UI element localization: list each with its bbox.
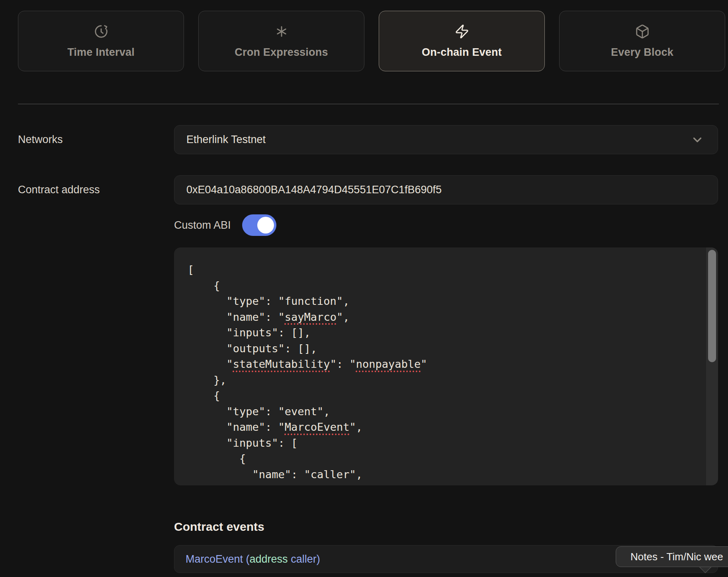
code-line: "outputs": [], [188, 341, 690, 357]
trigger-config-page: Time Interval Cron Expressions On-chain … [0, 0, 728, 577]
code-line: "type": "function", [188, 293, 690, 309]
abi-code: [ { "type": "function", "name": "sayMarc… [174, 247, 718, 485]
code-line: { [188, 451, 690, 467]
card-time-interval[interactable]: Time Interval [18, 11, 184, 71]
code-line: [ [188, 262, 690, 278]
contract-address-label: Contract address [18, 184, 174, 196]
code-line: "inputs": [], [188, 325, 690, 341]
contract-event-signature: MarcoEvent (address caller) [186, 553, 320, 565]
notes-tooltip-text: Notes - Tim/Nic wee [630, 551, 723, 563]
code-line: "name": "MarcoEvent", [188, 419, 690, 435]
code-line: }, [188, 372, 690, 388]
networks-row: Networks Etherlink Testnet [18, 125, 718, 154]
networks-label: Networks [18, 133, 174, 146]
timer-icon [94, 24, 109, 39]
custom-abi-label: Custom ABI [174, 219, 231, 232]
cube-icon [635, 24, 650, 39]
networks-selected-value: Etherlink Testnet [186, 133, 266, 146]
code-scrollbar-thumb[interactable] [708, 250, 716, 362]
custom-abi-toggle[interactable] [242, 214, 276, 236]
lightning-icon [454, 24, 470, 39]
code-line: { [188, 278, 690, 294]
toggle-knob [257, 217, 274, 234]
chevron-down-icon [691, 133, 704, 147]
card-every-block[interactable]: Every Block [559, 11, 725, 71]
card-label: Time Interval [67, 46, 135, 59]
code-line: "name": "caller", [188, 467, 690, 483]
section-divider [18, 104, 719, 104]
contract-address-row: Contract address [18, 175, 718, 204]
notes-tooltip: Notes - Tim/Nic wee [616, 546, 728, 567]
code-scrollbar-track[interactable] [706, 247, 718, 485]
contract-events-heading: Contract events [174, 520, 264, 534]
card-label: Cron Expressions [235, 46, 328, 59]
card-cron-expressions[interactable]: Cron Expressions [198, 11, 364, 71]
asterisk-icon [274, 24, 289, 39]
code-line: "type": "event", [188, 404, 690, 420]
card-label: Every Block [611, 46, 673, 59]
card-onchain-event[interactable]: On-chain Event [379, 11, 545, 71]
card-label: On-chain Event [422, 46, 502, 59]
code-line: { [188, 388, 690, 404]
code-line: "inputs": [ [188, 435, 690, 451]
contract-address-input[interactable] [174, 175, 718, 204]
abi-code-editor[interactable]: [ { "type": "function", "name": "sayMarc… [174, 247, 718, 485]
code-line: "name": "sayMarco", [188, 309, 690, 325]
trigger-type-cards: Time Interval Cron Expressions On-chain … [18, 11, 725, 71]
networks-select[interactable]: Etherlink Testnet [174, 125, 718, 154]
code-line: "stateMutability": "nonpayable" [188, 356, 690, 372]
custom-abi-row: Custom ABI [174, 214, 276, 236]
